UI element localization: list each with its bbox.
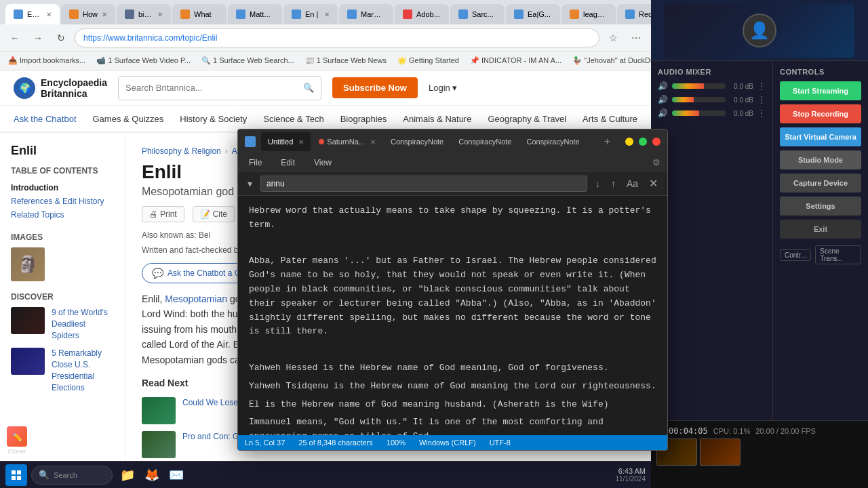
mixer-icon-2[interactable]: 🔊	[658, 95, 668, 104]
notepad-tab-conspiracy4[interactable]: ConspiracyNote	[588, 132, 595, 151]
login-button[interactable]: Login ▾	[429, 83, 457, 93]
capture-device-button[interactable]: Capture Device	[780, 174, 861, 192]
bookmark-video[interactable]: 📹 1 Surface Web Video P...	[94, 55, 193, 66]
notepad-maximize-button[interactable]	[639, 138, 647, 146]
notepad-tab-conspiracy3[interactable]: ConspiracyNote	[519, 132, 586, 151]
tab-matt[interactable]: Matt...	[228, 4, 282, 24]
forward-button[interactable]: →	[28, 28, 47, 47]
tab-close-icon[interactable]: ✕	[157, 11, 163, 18]
print-button[interactable]: 🖨 Print	[142, 206, 184, 222]
bookmark-search[interactable]: 🔍 1 Surface Web Search...	[199, 55, 297, 66]
tab-en2[interactable]: En | ✕	[283, 4, 338, 24]
tab-bible[interactable]: bible ✕	[117, 4, 171, 24]
search-case-button[interactable]: Aa	[624, 177, 641, 190]
tab-close-icon[interactable]: ✕	[46, 11, 52, 18]
back-button[interactable]: ←	[5, 28, 24, 47]
mixer-vol-3: 0.0 dB	[730, 110, 753, 117]
bookmark-started[interactable]: 🌟 Getting Started	[395, 55, 462, 66]
mesopotamian-link[interactable]: Mesopotamian	[165, 293, 227, 304]
notepad-tab-close[interactable]: ✕	[298, 138, 304, 146]
stop-recording-button[interactable]: Stop Recording	[780, 104, 861, 123]
notepad-tab-saturna[interactable]: SaturnNa... ✕	[312, 132, 382, 151]
tab-enlil[interactable]: Enlil - M... ✕	[5, 4, 60, 24]
tab-close-icon[interactable]: ✕	[324, 11, 330, 18]
bookmark-import[interactable]: 📥 Import bookmarks...	[5, 55, 88, 66]
notepad-add-tab[interactable]: +	[600, 136, 614, 148]
notepad-menu-file[interactable]: File	[245, 157, 266, 169]
tab-leag[interactable]: leagu...	[561, 4, 616, 24]
tab-what[interactable]: What	[172, 4, 226, 24]
tab-adob[interactable]: Adob...	[395, 4, 449, 24]
discover-item-elections[interactable]: 5 Remarkably Close U.S. Presidential Ele…	[11, 348, 114, 393]
bookmark-news[interactable]: 📰 1 Surface Web News	[302, 55, 389, 66]
search-close-button[interactable]: ✕	[646, 176, 660, 191]
breadcrumb-philosophy[interactable]: Philosophy & Religion	[142, 146, 221, 156]
taskbar-search-label: Search	[54, 471, 77, 479]
start-button[interactable]	[5, 464, 27, 486]
mixer-icon-1[interactable]: 🔊	[658, 81, 668, 91]
mixer-more-1[interactable]: ⋮	[757, 81, 766, 91]
mixer-more-2[interactable]: ⋮	[757, 95, 766, 104]
notepad-tab-untitled[interactable]: Untitled ✕	[261, 132, 311, 151]
start-virtual-camera-button[interactable]: Start Virtual Camera	[780, 127, 861, 146]
notepad-menu-view[interactable]: View	[310, 157, 336, 169]
nav-games[interactable]: Games & Quizzes	[93, 114, 164, 124]
subscribe-button[interactable]: Subscribe Now	[332, 77, 418, 98]
notepad-minimize-button[interactable]	[625, 138, 633, 146]
toc-item-related[interactable]: Related Topics	[11, 208, 114, 222]
nav-history[interactable]: History & Society	[180, 114, 247, 124]
settings-button[interactable]: Settings	[780, 197, 861, 216]
tab-mardi[interactable]: Mardi...	[339, 4, 393, 24]
taskbar-browser[interactable]: 🦊	[141, 464, 163, 486]
nav-animals[interactable]: Animals & Nature	[403, 114, 471, 124]
mixer-more-3[interactable]: ⋮	[757, 108, 766, 118]
notepad-menu-edit[interactable]: Edit	[277, 157, 299, 169]
tab-how[interactable]: How ✕	[61, 4, 115, 24]
eraser-widget[interactable]: ✏️ Eraser	[0, 420, 34, 461]
search-next-button[interactable]: ↑	[608, 177, 618, 190]
search-prev-button[interactable]: ↓	[593, 177, 603, 190]
start-streaming-button[interactable]: Start Streaming	[780, 81, 861, 100]
search-icon[interactable]: 🔍	[303, 83, 314, 93]
scene-contr[interactable]: Contr...	[780, 249, 811, 261]
nav-geography[interactable]: Geography & Travel	[488, 114, 566, 124]
taskbar-file-explorer[interactable]: 📁	[117, 464, 138, 486]
nav-arts[interactable]: Arts & Culture	[583, 114, 637, 124]
bookmark-button[interactable]: ☆	[604, 28, 623, 47]
more-button[interactable]: ⋯	[627, 28, 646, 47]
tab-eag[interactable]: Ea|G...	[506, 4, 560, 24]
cite-button[interactable]: 📝 Cite	[193, 206, 235, 222]
reload-button[interactable]: ↻	[52, 28, 71, 47]
notepad-tab-conspiracy2[interactable]: ConspiracyNote	[452, 132, 518, 151]
discover-item-spiders[interactable]: 9 of the World's Deadliest Spiders	[11, 307, 114, 341]
search-input[interactable]	[125, 83, 298, 93]
britannica-logo[interactable]: 🌍 EncyclopaediaBritannica	[14, 77, 107, 99]
taskbar-mail[interactable]: ✉️	[165, 464, 187, 486]
bookmark-jehovah[interactable]: 🦆 "Jehovah" at DuckDu...	[570, 55, 651, 66]
exit-button[interactable]: Exit	[780, 220, 861, 239]
notepad-tab-conspiracy1[interactable]: ConspiracyNote	[384, 132, 450, 151]
bookmark-indicator[interactable]: 📌 INDICATOR - IM AN A...	[467, 55, 564, 66]
toc-item-references[interactable]: References & Edit History	[11, 195, 114, 208]
toc-item-introduction[interactable]: Introduction	[11, 181, 114, 195]
tab-sarc[interactable]: Sarc...	[450, 4, 505, 24]
search-expand-button[interactable]: ▾	[245, 177, 255, 190]
nav-science[interactable]: Science & Tech	[263, 114, 323, 124]
nav-biographies[interactable]: Biographies	[340, 114, 387, 124]
notepad-text-area[interactable]: Hebrew word that actually means to take …	[238, 196, 667, 435]
search-bar[interactable]: 🔍	[118, 76, 321, 100]
britannica-header: 🌍 EncyclopaediaBritannica 🔍 Subscribe No…	[0, 70, 651, 106]
taskbar-search[interactable]: 🔍 Search	[31, 466, 113, 485]
notepad-close-button[interactable]	[652, 138, 660, 146]
studio-mode-button[interactable]: Studio Mode	[780, 150, 861, 169]
notepad-settings-icon[interactable]: ⚙	[652, 157, 660, 167]
notepad-window: Untitled ✕ SaturnNa... ✕ ConspiracyNote …	[237, 129, 668, 451]
notepad-menu-bar: File Edit View ⚙	[238, 154, 667, 171]
scene-trans[interactable]: Scene Trans...	[815, 245, 861, 264]
tab-close-icon[interactable]: ✕	[102, 11, 107, 18]
address-bar[interactable]: https://www.britannica.com/topic/Enlil	[75, 28, 599, 47]
nav-ask-chatbot[interactable]: Ask the Chatbot	[14, 114, 77, 124]
mixer-icon-3[interactable]: 🔊	[658, 108, 668, 118]
notepad-search-input[interactable]	[260, 176, 587, 192]
notepad-tab-close-saturna[interactable]: ✕	[370, 138, 376, 146]
